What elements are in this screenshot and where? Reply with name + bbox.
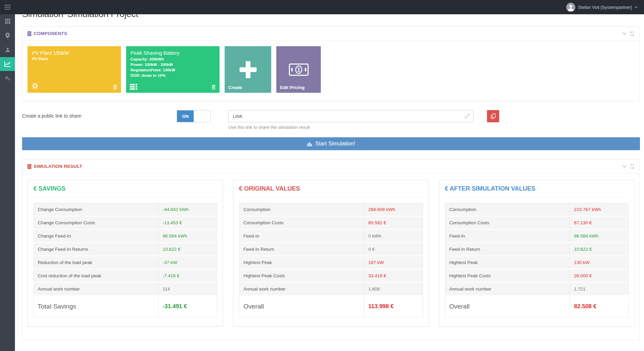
share-link-toggle[interactable]: ON [177,110,211,122]
table-row: Reduction of the load peak-37 kW [34,256,217,269]
sidebar-item-locations[interactable] [0,29,15,43]
row-value: 0 kWh [364,229,423,243]
component-card-title: Peak Shaving Battery [130,50,215,56]
row-label: Hightest Peak Costs [445,269,570,282]
component-card-title: PV Plant 150kW [32,50,117,56]
table-row: Change Consumption Costs-13.453 € [34,216,217,229]
top-navbar: Stefan Voit [Systempartner] [0,0,644,14]
row-value: -44.842 kWh [158,203,217,216]
sidebar-item-settings[interactable] [0,71,15,86]
copy-link-button[interactable] [487,110,499,122]
sidebar-item-dashboard[interactable] [0,14,15,29]
row-value: -13.453 € [158,216,217,229]
row-value: 80.582 € [364,216,423,229]
share-link-input[interactable] [228,110,473,122]
after-simulation-values-card: € AFTER SIMULATION VALUES Consumption223… [439,180,634,327]
refresh-icon [630,31,634,36]
component-card-battery[interactable]: Peak Shaving Battery Capacity: 200kWh Po… [126,46,220,93]
table-row: Consumption Costs80.582 € [239,216,423,229]
total-value: -31.491 € [158,296,217,317]
row-label: Consumption Costs [239,216,364,229]
component-card-pv-plant[interactable]: PV Plant 150kW PV Plant [28,46,121,93]
row-value: 1.721 [570,282,629,296]
row-value: 10.622 € [570,243,629,256]
table-row: Cost reduction of the load peak-7.416 € [34,269,217,282]
user-menu[interactable]: Stefan Voit [Systempartner] [566,3,644,12]
row-value: 167 kW [364,256,423,269]
start-simulation-button[interactable]: Start Simulation! [22,137,640,150]
map-pin-icon [5,33,10,38]
row-value: 268.608 kWh [364,203,423,216]
row-label: Cost reduction of the load peak [34,269,158,282]
banknote-icon: 1 [289,64,309,76]
collapse-panel-button[interactable] [622,165,627,168]
row-label: Annual work number [34,282,158,296]
refresh-panel-button[interactable] [630,31,634,36]
trash-icon[interactable] [211,85,216,90]
sidebar-item-users[interactable] [0,43,15,57]
total-row: Overall82.508 € [445,296,628,317]
savings-card: € SAVINGS Change Consumption-44.842 kWh … [28,180,223,327]
table-row: Feed-In0 kWh [239,229,423,243]
collapse-panel-button[interactable] [622,32,627,35]
row-label: Feed-In Return [445,243,570,256]
start-simulation-label: Start Simulation! [315,141,355,147]
row-label: Hightest Peak [239,256,364,269]
user-name: Stefan Voit [Systempartner] [578,5,632,10]
menu-toggle-button[interactable] [0,0,15,14]
trash-icon[interactable] [113,85,117,90]
table-row: Hightest Peak Costs33.416 € [239,269,423,282]
after-simulation-values-table: Consumption223.767 kWh Consumption Costs… [445,203,629,317]
server-list-icon[interactable] [130,84,137,90]
avatar [566,3,575,12]
toggle-off-segment [194,110,210,122]
total-value: 82.508 € [570,296,629,317]
row-label: Reduction of the load peak [34,256,158,269]
row-label: Change Consumption Costs [34,216,158,229]
row-label: Consumption Costs [445,216,570,229]
row-value: 67.130 € [570,216,629,229]
table-row: Consumption Costs67.130 € [445,216,628,229]
toggle-on-segment: ON [177,110,194,122]
table-row: Hightest Peak167 kW [239,256,423,269]
chevron-down-icon [622,32,627,35]
savings-table: Change Consumption-44.842 kWh Change Con… [33,203,217,317]
create-component-button[interactable]: Create [225,46,271,93]
after-simulation-values-title: € AFTER SIMULATION VALUES [445,185,629,197]
row-value: 223.767 kWh [570,203,629,216]
table-row: Annual work number1.721 [445,282,628,296]
components-panel-header: COMPONENTS [22,27,640,41]
table-row: Hightest Peak130 kW [445,256,628,269]
sidebar-item-simulation[interactable] [0,57,15,71]
total-value: 113.998 € [364,296,423,317]
edit-pricing-button[interactable]: 1 Edit Pricing [276,46,321,93]
gear-icon[interactable] [31,82,39,90]
row-label: Change Feed-In [34,229,158,243]
chevron-down-icon [622,165,627,168]
link-icon [465,113,470,119]
table-row: Change Feed-In96.564 kWh [34,229,217,243]
table-row: Annual work number1.608 [239,282,423,296]
row-label: Consumption [239,203,364,216]
row-value: -37 kW [158,256,217,269]
row-value: 1.608 [364,282,423,296]
original-values-title: € ORIGINAL VALUES [239,185,423,197]
plus-icon [239,60,257,79]
savings-title: € SAVINGS [33,185,217,197]
row-label: Feed-In Return [239,243,364,256]
chart-line-icon [4,62,11,67]
table-row: Feed-In Return0 € [239,243,423,256]
row-label: Feed-In [445,229,570,243]
copy-icon [491,113,496,119]
row-value: 26.000 € [570,269,629,282]
row-label: Feed-In [239,229,364,243]
row-value: 114 [158,282,217,296]
grid-icon [5,19,10,24]
row-label: Annual work number [239,282,364,296]
row-label: Change Consumption [34,203,158,216]
chevron-down-icon [634,6,638,8]
edit-pricing-label: Edit Pricing [280,85,304,90]
components-panel: COMPONENTS PV Plant 150kW PV Plant [22,26,640,101]
refresh-panel-button[interactable] [630,164,634,169]
row-value: 96.564 kWh [570,229,629,243]
